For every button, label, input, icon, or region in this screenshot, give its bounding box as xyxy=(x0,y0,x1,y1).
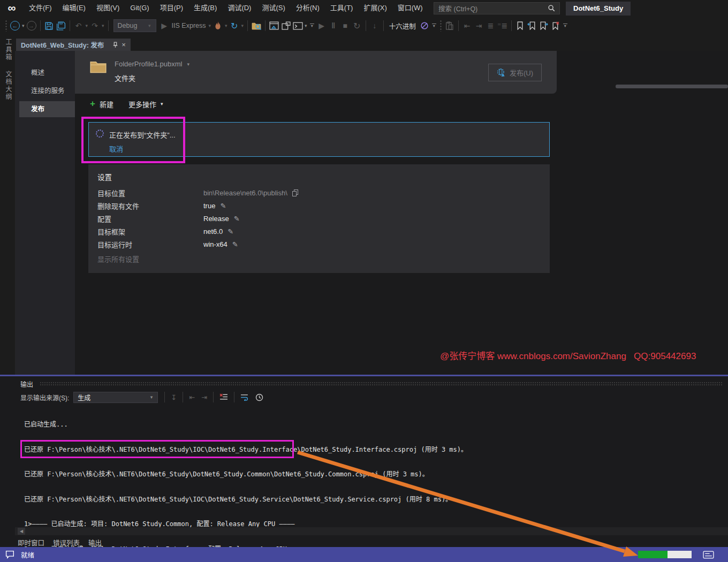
output-horizontal-scrollbar[interactable]: ◀ xyxy=(15,527,728,535)
redo-dropdown-caret-icon[interactable]: ▾ xyxy=(101,23,105,28)
debug-overflow-button[interactable]: ▾ xyxy=(432,24,436,28)
document-outline-tab[interactable]: 文档大纲 xyxy=(4,71,13,101)
undo-button[interactable]: ↶ xyxy=(73,19,85,33)
restart-application-button[interactable]: ↻ xyxy=(229,19,240,33)
output-title-row: 输出 xyxy=(0,379,728,388)
edit-pencil-icon[interactable]: ✎ xyxy=(234,215,240,223)
output-source-dropdown[interactable]: 生成 ▾ xyxy=(73,392,158,403)
terminal-icon[interactable] xyxy=(292,19,304,33)
next-message-icon[interactable]: ⇥ xyxy=(201,393,207,401)
redo-button[interactable]: ↷ xyxy=(89,19,101,33)
word-wrap-icon[interactable] xyxy=(240,393,249,401)
uncomment-icon[interactable]: ⁼≣ xyxy=(497,19,509,33)
undo-dropdown-caret-icon[interactable]: ▾ xyxy=(85,23,89,28)
navigate-back-button[interactable]: ← xyxy=(9,19,21,33)
build-progress-fill xyxy=(638,551,668,558)
hot-reload-caret-icon[interactable]: ▾ xyxy=(224,23,229,28)
comment-icon[interactable]: ≣ xyxy=(485,19,497,33)
scrollbar-thumb[interactable] xyxy=(616,85,728,88)
menu-git[interactable]: Git(G) xyxy=(125,0,154,16)
search-icon[interactable] xyxy=(548,4,556,12)
menu-extensions[interactable]: 扩展(X) xyxy=(358,0,392,16)
menu-tools[interactable]: 工具(T) xyxy=(325,0,359,16)
toggle-bookmark-icon[interactable] xyxy=(514,19,526,33)
new-profile-button[interactable]: 新建 xyxy=(100,99,113,109)
restart-button[interactable]: ↻ xyxy=(351,19,363,33)
setting-value: bin\Release\net6.0\publish\ xyxy=(203,189,287,197)
folder-icon xyxy=(89,59,107,74)
plus-icon: + xyxy=(90,98,95,109)
find-in-files-icon[interactable] xyxy=(251,19,262,33)
pause-button[interactable]: ‖ xyxy=(328,19,339,33)
navigate-forward-button[interactable]: → xyxy=(26,19,37,33)
toolbar-grip[interactable] xyxy=(439,20,442,32)
solution-explorer-icon[interactable] xyxy=(268,19,280,33)
profile-selector[interactable]: FolderProfile1.pubxml ▾ xyxy=(115,60,191,68)
run-target-caret-icon[interactable]: ▾ xyxy=(208,23,213,28)
restart-caret-icon[interactable]: ▾ xyxy=(240,23,245,28)
toolbox-tab[interactable]: 工具箱 xyxy=(4,39,13,61)
goto-message-icon[interactable]: ↧ xyxy=(171,393,177,401)
toolbar-grip[interactable] xyxy=(5,20,7,32)
back-dropdown-caret-icon[interactable]: ▾ xyxy=(21,23,26,28)
hot-reload-icon[interactable] xyxy=(212,19,224,33)
paste-icon[interactable] xyxy=(444,19,456,33)
clear-output-icon[interactable] xyxy=(219,393,228,401)
separator xyxy=(183,392,183,402)
nav-connected-services[interactable]: 连接的服务 xyxy=(15,83,75,99)
menu-edit[interactable]: 编辑(E) xyxy=(57,0,91,16)
menu-file[interactable]: 文件(F) xyxy=(24,0,57,16)
menu-debug[interactable]: 调试(D) xyxy=(222,0,256,16)
run-target-label[interactable]: IIS Express xyxy=(170,22,208,29)
save-button[interactable] xyxy=(43,19,55,33)
run-button[interactable]: ▶ xyxy=(316,19,328,33)
background-tasks-icon[interactable] xyxy=(703,551,714,559)
menu-build[interactable]: 生成(B) xyxy=(188,0,222,16)
previous-message-icon[interactable]: ⇤ xyxy=(189,393,195,401)
menu-window[interactable]: 窗口(W) xyxy=(392,0,428,16)
menu-test[interactable]: 测试(S) xyxy=(256,0,290,16)
edit-pencil-icon[interactable]: ✎ xyxy=(220,202,226,210)
menu-view[interactable]: 视图(V) xyxy=(91,0,125,16)
close-tab-icon[interactable]: × xyxy=(122,41,126,49)
increase-indent-icon[interactable]: ⇥ xyxy=(473,19,485,33)
solution-configuration-dropdown[interactable]: Debug ▾ xyxy=(113,19,156,32)
diagnostics-icon[interactable] xyxy=(419,19,430,33)
publish-globe-icon xyxy=(497,68,506,77)
document-tab[interactable]: DotNet6_Web_Study: 发布 × xyxy=(16,39,131,51)
new-window-icon[interactable] xyxy=(280,19,292,33)
decrease-indent-icon[interactable]: ⇤ xyxy=(461,19,473,33)
copy-icon[interactable] xyxy=(292,189,298,196)
hex-display-toggle[interactable]: 十六进制 xyxy=(386,21,419,31)
terminal-caret-icon[interactable]: ▾ xyxy=(304,23,308,28)
nav-publish[interactable]: 发布 xyxy=(19,101,75,117)
panel-drag-handle[interactable] xyxy=(40,382,723,386)
profile-caret-icon: ▾ xyxy=(186,62,191,67)
show-all-settings-link[interactable]: 显示所有设置 xyxy=(97,254,139,264)
menu-analyze[interactable]: 分析(N) xyxy=(291,0,325,16)
bookmark-overflow-button[interactable]: ▾ xyxy=(563,24,567,28)
timestamp-icon[interactable] xyxy=(255,393,263,401)
feedback-icon[interactable] xyxy=(5,550,16,559)
pin-icon[interactable] xyxy=(112,42,118,48)
setting-label: 删除现有文件 xyxy=(97,201,203,211)
edit-pencil-icon[interactable]: ✎ xyxy=(232,240,238,248)
toolbar-overflow-button[interactable]: ▾ xyxy=(310,24,314,28)
separator xyxy=(265,20,266,31)
step-over-button[interactable]: ↓ xyxy=(369,19,381,33)
publish-button[interactable]: 发布(U) xyxy=(488,64,542,81)
scroll-left-icon[interactable]: ◀ xyxy=(18,528,25,535)
save-all-button[interactable] xyxy=(55,19,67,33)
separator xyxy=(40,20,41,31)
stop-button[interactable]: ■ xyxy=(339,19,351,33)
nav-overview[interactable]: 概述 xyxy=(15,65,75,81)
clear-bookmarks-icon[interactable] xyxy=(550,19,562,33)
setting-label: 目标位置 xyxy=(97,188,203,198)
start-debugging-button[interactable]: ▶ xyxy=(158,19,170,33)
edit-pencil-icon[interactable]: ✎ xyxy=(228,227,233,236)
quick-search-input[interactable]: 搜索 (Ctrl+Q) xyxy=(434,2,560,14)
more-actions-button[interactable]: 更多操作 ▾ xyxy=(128,99,164,109)
next-bookmark-icon[interactable] xyxy=(538,19,550,33)
menu-project[interactable]: 项目(P) xyxy=(155,0,188,16)
previous-bookmark-icon[interactable] xyxy=(526,19,538,33)
